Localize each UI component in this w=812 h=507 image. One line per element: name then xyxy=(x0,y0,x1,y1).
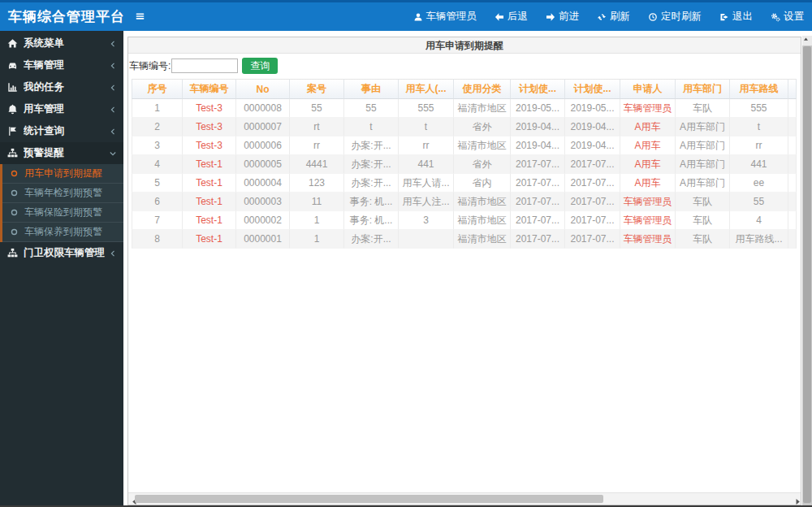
cell: 福清市地区 xyxy=(453,136,510,155)
scroll-right-triangle-icon xyxy=(793,496,801,505)
cell: 事务: 机... xyxy=(343,193,398,211)
column-header-3[interactable]: 案号 xyxy=(289,79,343,99)
cell: 2019-04... xyxy=(564,118,620,136)
user-icon xyxy=(413,12,423,22)
column-header-11[interactable]: 用车路线 xyxy=(729,79,788,99)
cell: A用车部门 xyxy=(675,118,729,136)
cell: Test-1 xyxy=(182,155,235,174)
nav-back[interactable]: 后退 xyxy=(495,10,528,24)
cell: 办案:开... xyxy=(343,174,398,193)
nav-refresh[interactable]: 刷新 xyxy=(597,10,630,24)
table-row[interactable]: 7Test-100000021事务: 机...3福清市地区2017-07...2… xyxy=(132,211,797,230)
cell: A用车 xyxy=(620,155,675,174)
sidebar-subitem-annual-inspection-due[interactable]: 车辆年检到期预警 xyxy=(2,184,123,203)
cell: A用车部门 xyxy=(675,136,729,155)
column-header-8[interactable]: 计划使... xyxy=(564,79,620,99)
column-header-9[interactable]: 申请人 xyxy=(620,79,675,99)
table-row[interactable]: 1Test-300000085555555福清市地区2019-05...2019… xyxy=(132,99,797,118)
scroll-up-arrow-icon[interactable] xyxy=(802,36,812,46)
nav-timed-refresh[interactable]: 定时刷新 xyxy=(648,10,702,24)
data-table: 序号车辆编号No案号事由用车人(...使用分类计划使...计划使...申请人用车… xyxy=(132,79,797,249)
cell-partial xyxy=(788,193,797,211)
insurance-due-circle-icon xyxy=(10,208,19,217)
menu-icon xyxy=(135,10,145,20)
cell: 2017-07... xyxy=(510,211,564,230)
cell: rr xyxy=(398,136,453,155)
query-button[interactable]: 查询 xyxy=(242,58,278,74)
gears-icon xyxy=(771,12,780,22)
user-name-label: 车辆管理员 xyxy=(426,10,477,24)
sidebar-item-vehicle-use-mgmt[interactable]: 用车管理 xyxy=(0,98,123,120)
nav-logout[interactable]: 退出 xyxy=(719,10,753,24)
column-header-0[interactable]: 序号 xyxy=(132,79,182,99)
table-row[interactable]: 2Test-30000007rttt省外2019-04...2019-04...… xyxy=(132,118,797,136)
sidebar-item-label: 系统菜单 xyxy=(24,37,109,50)
sidebar-item-label: 用车管理 xyxy=(24,102,109,116)
sidebar-subitem-maintenance-due[interactable]: 车辆保养到期预警 xyxy=(2,223,123,242)
table-row[interactable]: 8Test-100000011办案:开...福清市地区2017-07...201… xyxy=(132,230,797,249)
cell: Test-3 xyxy=(182,136,235,155)
vehicle-number-input[interactable] xyxy=(171,58,238,73)
vertical-scrollbar[interactable] xyxy=(802,36,812,505)
table-row[interactable]: 4Test-100000054441办案:开...441省外2017-07...… xyxy=(132,155,797,174)
sidebar-item-gate-permission-vehicle-mgmt[interactable]: 门卫权限车辆管理 xyxy=(0,242,123,264)
sidebar-item-alert-reminder[interactable]: 预警提醒 xyxy=(0,142,123,164)
search-bar: 车辆编号: 查询 xyxy=(128,54,801,78)
sidebar-item-stats-query[interactable]: 统计查询 xyxy=(0,120,123,142)
cell: rr xyxy=(289,136,343,155)
nav-timed-refresh-label: 定时刷新 xyxy=(661,10,702,24)
cell: 1 xyxy=(289,211,343,230)
column-header-10[interactable]: 用车部门 xyxy=(675,79,729,99)
cell: 3 xyxy=(398,211,453,230)
cell: 441 xyxy=(729,155,788,174)
app-title: 车辆综合管理平台 xyxy=(8,2,125,31)
column-header-7[interactable]: 计划使... xyxy=(510,79,564,99)
table-body: 1Test-300000085555555福清市地区2019-05...2019… xyxy=(132,99,797,249)
table-row[interactable]: 6Test-1000000311事务: 机...用车人注...福清市地区2017… xyxy=(132,193,797,211)
vertical-scrollbar-thumb[interactable] xyxy=(803,46,811,503)
sidebar-subitem-use-apply-due-reminder[interactable]: 用车申请到期提醒 xyxy=(2,164,123,184)
cell: 5 xyxy=(132,174,182,193)
topbar: 车辆综合管理平台 车辆管理员后退前进刷新定时刷新退出设置 xyxy=(0,0,812,31)
cell: 车队 xyxy=(675,230,729,249)
nav-settings[interactable]: 设置 xyxy=(771,10,804,24)
subitem-label: 车辆年检到期预警 xyxy=(24,186,102,200)
cell: 办案:开... xyxy=(343,136,398,155)
table-row[interactable]: 5Test-10000004123办案:开...用车人请...省内2017-07… xyxy=(132,174,797,193)
car-icon xyxy=(7,60,18,71)
nav-settings-label: 设置 xyxy=(784,10,804,24)
column-header-2[interactable]: No xyxy=(235,79,289,99)
horizontal-scrollbar-thumb[interactable] xyxy=(135,495,603,503)
horizontal-scrollbar[interactable] xyxy=(128,492,801,505)
chart-icon xyxy=(7,82,18,93)
sidebar-item-system-menu[interactable]: 系统菜单 xyxy=(0,32,123,54)
sidebar-item-vehicle-management[interactable]: 车辆管理 xyxy=(0,54,123,76)
cell: A用车部门 xyxy=(675,174,729,193)
cell: 55 xyxy=(343,99,398,118)
table-row[interactable]: 3Test-30000006rr办案:开...rr福清市地区2019-04...… xyxy=(132,136,797,155)
cell: 0000004 xyxy=(235,174,289,193)
cell: Test-3 xyxy=(182,118,235,136)
sitemap-icon xyxy=(7,248,18,258)
cell: 4 xyxy=(729,211,788,230)
sidebar-toggle-button[interactable] xyxy=(132,10,147,24)
cell: Test-3 xyxy=(182,99,235,118)
cell-partial xyxy=(788,99,797,118)
column-header-6[interactable]: 使用分类 xyxy=(453,79,510,99)
sidebar: 系统菜单车辆管理我的任务用车管理统计查询预警提醒用车申请到期提醒车辆年检到期预警… xyxy=(0,31,123,507)
column-header-5[interactable]: 用车人(... xyxy=(398,79,453,99)
column-header-4[interactable]: 事由 xyxy=(343,79,398,99)
nav-forward[interactable]: 前进 xyxy=(546,10,579,24)
home-icon xyxy=(7,38,18,49)
cell: 省外 xyxy=(453,155,510,174)
cell: Test-1 xyxy=(182,211,235,230)
user-menu[interactable]: 车辆管理员 xyxy=(413,10,477,24)
column-header-1[interactable]: 车辆编号 xyxy=(182,79,235,99)
scroll-right-arrow-icon[interactable] xyxy=(793,496,800,503)
topbar-nav: 车辆管理员后退前进刷新定时刷新退出设置 xyxy=(413,2,805,31)
sidebar-subitem-insurance-due[interactable]: 车辆保险到期预警 xyxy=(2,203,123,223)
cell: 福清市地区 xyxy=(453,99,510,118)
cell: 2019-05... xyxy=(510,99,564,118)
sidebar-item-my-tasks[interactable]: 我的任务 xyxy=(0,76,123,98)
chevron-left-icon xyxy=(109,84,117,92)
